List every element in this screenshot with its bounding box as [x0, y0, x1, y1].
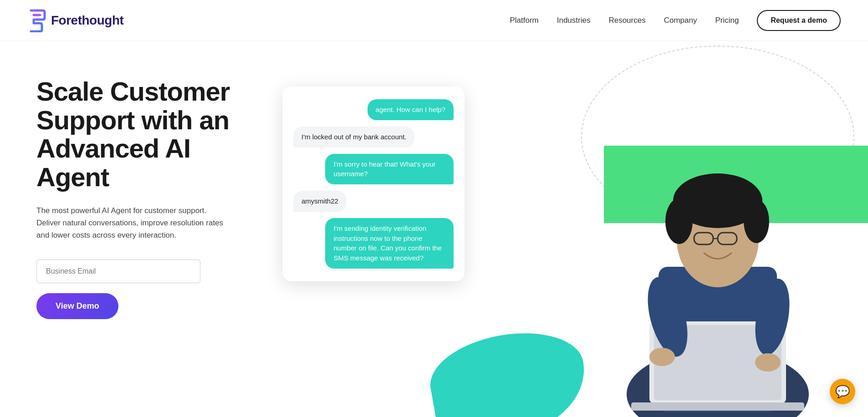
nav-links: Platform Industries Resources Company Pr…: [510, 10, 841, 31]
user-bubble-2: amysmith22: [293, 191, 347, 212]
svg-point-20: [649, 348, 675, 366]
nav-company[interactable]: Company: [664, 16, 697, 25]
chat-fab-button[interactable]: 💬: [830, 379, 855, 404]
chat-message-3: I'm sorry to hear that! What's your user…: [293, 154, 454, 185]
svg-point-11: [671, 201, 689, 219]
svg-point-21: [755, 353, 781, 371]
hero-section: Scale Customer Support with an Advanced …: [0, 41, 868, 417]
view-demo-button[interactable]: View Demo: [36, 293, 118, 319]
navbar: Forethought Platform Industries Resource…: [0, 0, 868, 41]
hero-subtitle: The most powerful AI Agent for customer …: [36, 204, 228, 242]
nav-platform[interactable]: Platform: [510, 16, 538, 25]
person-svg: [549, 76, 868, 417]
svg-point-10: [744, 192, 762, 210]
agent-bubble-2: I'm sorry to hear that! What's your user…: [325, 154, 454, 185]
hero-title: Scale Customer Support with an Advanced …: [36, 77, 255, 192]
chat-fab-icon: 💬: [835, 385, 850, 399]
brand-name: Forethought: [51, 13, 123, 28]
svg-rect-17: [631, 402, 804, 411]
email-input[interactable]: [36, 259, 200, 283]
nav-industries[interactable]: Industries: [557, 16, 591, 25]
user-bubble-1: I'm locked out of my bank account.: [293, 127, 414, 147]
person-image: [549, 76, 868, 417]
chat-widget: agent. How can I help? I'm locked out of…: [282, 86, 465, 281]
hero-left-content: Scale Customer Support with an Advanced …: [0, 41, 255, 417]
agent-bubble-3: I'm sending identity verification instru…: [325, 218, 454, 269]
chat-message-5: I'm sending identity verification instru…: [293, 218, 454, 269]
chat-message-4: amysmith22: [293, 191, 454, 212]
nav-pricing[interactable]: Pricing: [715, 16, 739, 25]
nav-resources[interactable]: Resources: [608, 16, 645, 25]
chat-message-1: agent. How can I help?: [293, 99, 454, 120]
hero-right-content: agent. How can I help? I'm locked out of…: [255, 41, 868, 417]
chat-message-2: I'm locked out of my bank account.: [293, 127, 454, 147]
request-demo-button[interactable]: Request a demo: [757, 10, 841, 31]
logo-icon: [27, 9, 46, 32]
agent-bubble-1: agent. How can I help?: [368, 99, 454, 120]
logo-link[interactable]: Forethought: [27, 9, 123, 32]
